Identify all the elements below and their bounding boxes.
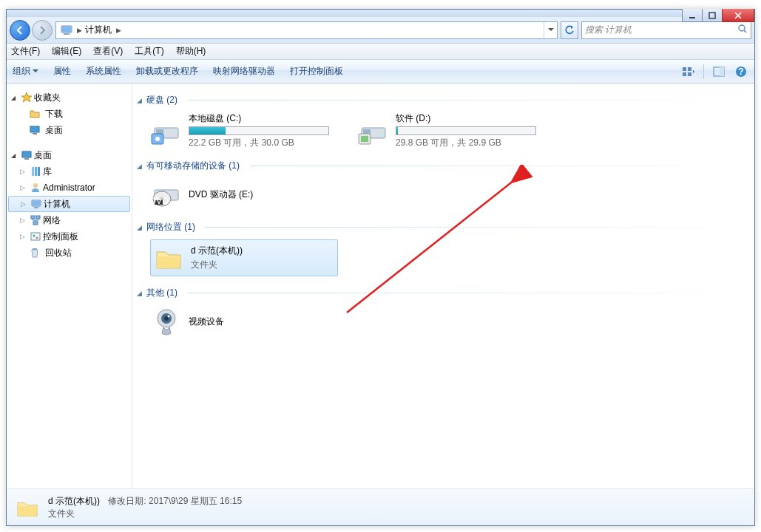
search-placeholder: 搜索 计算机: [585, 24, 632, 36]
toolbar-properties[interactable]: 属性: [53, 65, 71, 78]
section-title: 网络位置 (1): [146, 221, 195, 233]
menu-help[interactable]: 帮助(H): [176, 45, 206, 58]
svg-rect-23: [34, 207, 38, 208]
forward-button[interactable]: [32, 20, 53, 41]
svg-rect-24: [33, 201, 40, 205]
sidebar-network[interactable]: 网络: [7, 212, 132, 228]
computer-icon: [30, 198, 42, 210]
section-removable[interactable]: ◢有可移动存储的设备 (1): [137, 160, 750, 172]
webcam-icon: [150, 305, 183, 338]
item-name: d 示范(本机)): [191, 245, 336, 257]
svg-point-29: [33, 235, 35, 237]
section-title: 硬盘 (2): [146, 94, 177, 106]
nav-bar: ▶ 计算机 ▶ 搜索 计算机: [7, 17, 754, 44]
drive-name: DVD 驱动器 (E:): [189, 188, 335, 201]
folder-icon: [152, 242, 185, 274]
close-button[interactable]: [722, 9, 754, 22]
toolbar: 组织 属性 系统属性 卸载或更改程序 映射网络驱动器 打开控制面板 ?: [7, 60, 754, 83]
network-location-item[interactable]: d 示范(本机)) 文件夹: [150, 239, 338, 276]
help-button[interactable]: ?: [734, 64, 748, 79]
sidebar-favorites[interactable]: 收藏夹: [7, 89, 132, 106]
menu-view[interactable]: 查看(V): [93, 45, 123, 58]
toolbar-separator: [703, 64, 704, 79]
sidebar-desktop-shortcut[interactable]: 桌面: [7, 122, 132, 138]
drive-freetext: 29.8 GB 可用，共 29.9 GB: [396, 137, 542, 149]
favorites-icon: [21, 92, 33, 103]
view-options-button[interactable]: [681, 64, 696, 79]
sidebar-downloads[interactable]: 下载: [7, 106, 132, 122]
svg-rect-17: [24, 158, 29, 160]
section-hdd[interactable]: ◢硬盘 (2): [137, 94, 750, 106]
maximize-button[interactable]: [702, 9, 723, 22]
svg-text:DVD: DVD: [150, 196, 169, 206]
svg-point-48: [168, 316, 170, 318]
hdd-icon: [357, 115, 390, 147]
svg-rect-28: [31, 233, 40, 240]
section-network[interactable]: ◢网络位置 (1): [137, 221, 750, 233]
details-meta-label: 修改日期:: [108, 496, 146, 506]
sidebar-user[interactable]: Administrator: [7, 180, 132, 196]
sidebar-label: 桌面: [34, 149, 52, 162]
svg-point-5: [739, 25, 745, 31]
drive-name: 本地磁盘 (C:): [189, 112, 335, 125]
svg-rect-14: [30, 126, 39, 132]
computer-icon: [59, 23, 74, 38]
breadcrumb[interactable]: 计算机: [85, 24, 112, 36]
sidebar-label: 收藏夹: [34, 92, 61, 104]
svg-point-30: [36, 237, 38, 239]
svg-rect-18: [32, 167, 34, 176]
sidebar-computer[interactable]: 计算机: [8, 196, 130, 212]
sidebar-desktop[interactable]: 桌面: [7, 147, 132, 163]
sidebar-label: 网络: [43, 214, 61, 227]
address-bar[interactable]: ▶ 计算机 ▶: [55, 21, 558, 39]
search-box[interactable]: 搜索 计算机: [581, 21, 751, 39]
toolbar-organize[interactable]: 组织: [13, 65, 38, 78]
toolbar-sys-properties[interactable]: 系统属性: [86, 65, 121, 78]
menu-file[interactable]: 文件(F): [11, 45, 40, 58]
svg-rect-1: [709, 13, 715, 18]
details-meta-value: 2017\9\29 星期五 16:15: [149, 496, 242, 506]
section-title: 其他 (1): [146, 287, 177, 299]
refresh-button[interactable]: [561, 21, 578, 39]
sidebar-recycle-bin[interactable]: 回收站: [7, 245, 132, 261]
titlebar[interactable]: [7, 10, 754, 17]
preview-pane-button[interactable]: [711, 64, 726, 79]
window-controls: [683, 9, 754, 22]
toolbar-uninstall[interactable]: 卸载或更改程序: [136, 65, 198, 78]
svg-point-21: [33, 183, 38, 188]
section-other[interactable]: ◢其他 (1): [137, 287, 750, 299]
menu-edit[interactable]: 编辑(E): [52, 45, 81, 58]
svg-rect-25: [31, 216, 35, 219]
sidebar-label: 计算机: [44, 198, 70, 211]
sidebar-label: 库: [43, 166, 52, 178]
svg-rect-3: [64, 33, 70, 35]
address-dropdown[interactable]: [544, 22, 557, 38]
sidebar-control-panel[interactable]: 控制面板: [7, 228, 132, 245]
back-button[interactable]: [10, 20, 30, 41]
svg-rect-15: [33, 133, 37, 134]
toolbar-control-panel[interactable]: 打开控制面板: [290, 65, 343, 78]
sidebar-libraries[interactable]: 库: [7, 163, 132, 180]
network-icon: [30, 214, 41, 226]
item-sub: 文件夹: [191, 259, 336, 271]
minimize-button[interactable]: [682, 9, 703, 22]
drive-c[interactable]: 本地磁盘 (C:) 22.2 GB 可用，共 30.0 GB: [150, 112, 335, 149]
svg-rect-11: [720, 67, 724, 76]
search-icon: [737, 24, 748, 36]
video-device[interactable]: 视频设备: [150, 305, 335, 338]
body: 收藏夹 下载 桌面 桌面 库 Administrator: [7, 83, 754, 488]
sidebar: 收藏夹 下载 桌面 桌面 库 Administrator: [7, 83, 132, 488]
toolbar-map-drive[interactable]: 映射网络驱动器: [213, 65, 275, 78]
breadcrumb-sep-icon: ▶: [116, 27, 121, 34]
menu-tools[interactable]: 工具(T): [135, 45, 163, 58]
content-area: ◢硬盘 (2) 本地磁盘 (C:) 22.2 GB 可用，共 30.0 GB 软…: [132, 83, 754, 488]
drive-d[interactable]: 软件 (D:) 29.8 GB 可用，共 29.9 GB: [357, 112, 542, 149]
dvd-drive[interactable]: DVD DVD 驱动器 (E:): [150, 178, 335, 211]
hdd-icon: [150, 115, 183, 147]
details-type: 文件夹: [48, 508, 242, 520]
svg-rect-19: [35, 167, 37, 176]
sidebar-label: Administrator: [43, 183, 95, 193]
svg-rect-6: [683, 67, 686, 71]
breadcrumb-sep-icon: ▶: [77, 27, 82, 34]
svg-rect-4: [62, 27, 71, 32]
